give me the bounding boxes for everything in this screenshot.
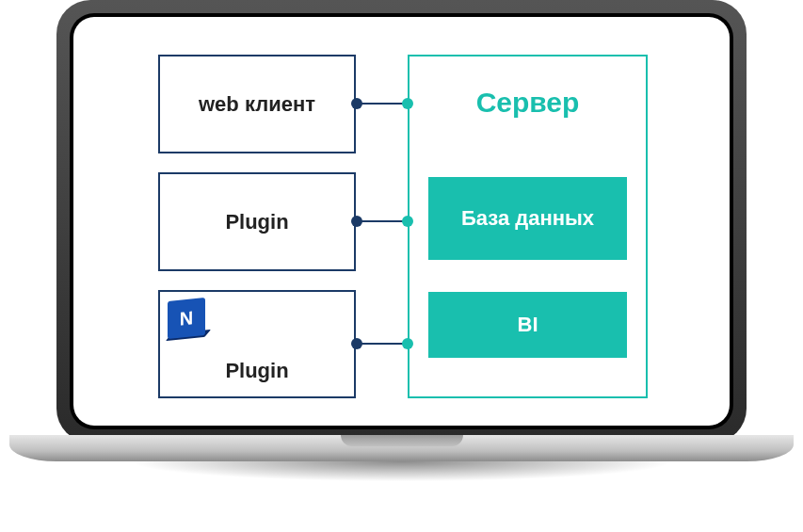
server-title: Сервер [410, 87, 646, 119]
bezel-inner: web клиент Plugin N Plugin [70, 13, 733, 429]
box-plugin-1: Plugin [158, 172, 356, 271]
pill-label: База данных [461, 206, 594, 230]
pill-label: BI [518, 313, 538, 336]
server-column: Сервер База данных BI [408, 55, 648, 398]
hinge-notch [341, 435, 463, 446]
box-label: Plugin [160, 359, 354, 383]
connector-3 [356, 343, 408, 345]
navisworks-icon: N [168, 299, 205, 337]
box-web-client: web клиент [158, 55, 356, 153]
connector-dot-client [351, 98, 362, 109]
server-bi: BI [428, 292, 627, 358]
server-database: База данных [428, 177, 627, 260]
connector-dot-client [351, 216, 362, 227]
box-label: Plugin [225, 210, 288, 234]
icon-letter: N [180, 307, 193, 330]
drop-shadow [0, 461, 803, 513]
box-plugin-2: N Plugin [158, 290, 356, 398]
connector-dot-server [402, 98, 413, 109]
architecture-diagram: web клиент Plugin N Plugin [158, 55, 648, 398]
clients-column: web клиент Plugin N Plugin [158, 55, 356, 398]
laptop-bezel: web клиент Plugin N Plugin [56, 0, 747, 443]
connector-dot-server [402, 216, 413, 227]
laptop-screen: web клиент Plugin N Plugin [73, 17, 730, 426]
laptop-mockup: web клиент Plugin N Plugin [56, 0, 747, 499]
connector-1 [356, 103, 408, 105]
connector-dot-client [351, 338, 362, 349]
connector-2 [356, 220, 408, 222]
connector-dot-server [402, 338, 413, 349]
box-label: web клиент [199, 92, 315, 117]
